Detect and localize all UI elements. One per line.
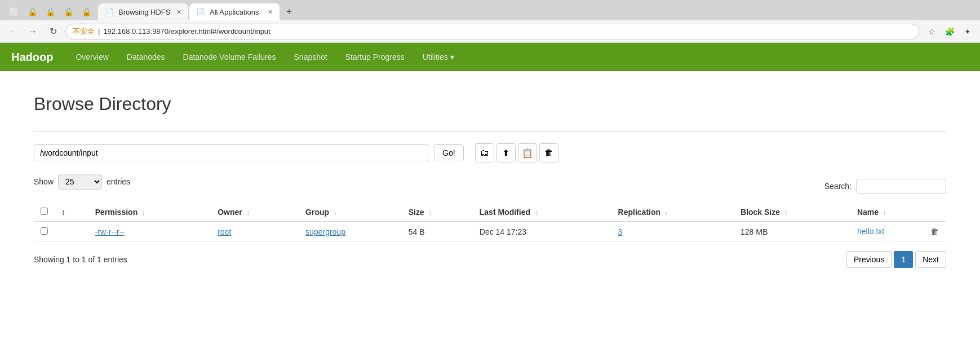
star-icon[interactable]: ☆ <box>924 24 939 39</box>
row-checkbox-cell <box>34 222 55 242</box>
header-sort[interactable]: ↕ <box>55 203 88 222</box>
sort-icon-replication: ↕ <box>665 209 668 216</box>
sort-icon-name: ↕ <box>883 209 886 216</box>
extensions-icon[interactable]: 🧩 <box>942 24 957 39</box>
sort-icon-size: ↕ <box>429 209 432 216</box>
nav-utilities[interactable]: Utilities ▾ <box>414 43 463 71</box>
browser-chrome: ⬜ 🔒 🔒 🔒 🔒 📄 Browsing HDFS ✕ 📄 All Applic… <box>0 0 980 43</box>
row-block-size: 128 MB <box>734 222 850 242</box>
tab-title-1: Browsing HDFS <box>118 8 172 16</box>
tab-bar: ⬜ 🔒 🔒 🔒 🔒 📄 Browsing HDFS ✕ 📄 All Applic… <box>0 0 980 20</box>
profile-icon[interactable]: ✦ <box>960 24 975 39</box>
select-all-checkbox[interactable] <box>41 208 48 215</box>
next-button[interactable]: Next <box>915 251 946 268</box>
row-size: 54 B <box>402 222 473 242</box>
reload-button[interactable]: ↻ <box>45 24 61 39</box>
row-name: hello.txt 🗑 <box>850 222 946 242</box>
header-group[interactable]: Group ↕ <box>299 203 402 222</box>
trash-icon-btn[interactable]: 🗑 <box>539 143 558 162</box>
lock-icon-3[interactable]: 🔒 <box>60 3 77 20</box>
folder-icon-btn[interactable]: 🗂 <box>475 143 494 162</box>
permission-link[interactable]: -rw-r--r-- <box>95 227 125 236</box>
forward-button[interactable]: → <box>25 24 41 39</box>
address-actions: ☆ 🧩 ✦ <box>924 24 975 39</box>
row-owner: root <box>211 222 299 242</box>
show-entries: Show 10 25 50 100 entries <box>34 174 130 190</box>
entries-select[interactable]: 10 25 50 100 <box>58 174 102 190</box>
nav-snapshot[interactable]: Snapshot <box>285 43 336 71</box>
path-input[interactable] <box>34 144 428 161</box>
tab-all-applications[interactable]: 📄 All Applications ✕ <box>189 3 280 20</box>
list-icon-btn[interactable]: 📋 <box>518 143 537 162</box>
row-group: supergroup <box>299 222 402 242</box>
group-link[interactable]: supergroup <box>305 227 345 236</box>
security-warning: 不安全 <box>73 27 95 37</box>
showing-text: Showing 1 to 1 of 1 entries <box>34 255 127 264</box>
owner-link[interactable]: root <box>218 227 231 236</box>
lock-icon-1[interactable]: 🔒 <box>24 3 41 20</box>
delete-icon[interactable]: 🗑 <box>930 227 939 237</box>
sort-icon-group: ↕ <box>334 209 337 216</box>
page-1-button[interactable]: 1 <box>894 251 913 268</box>
show-label: Show <box>34 177 54 186</box>
nav-datanodes[interactable]: Datanodes <box>118 43 174 71</box>
sort-icon-block-size: ↕ <box>784 209 788 216</box>
row-sort-cell <box>55 222 88 242</box>
pagination-bar: Showing 1 to 1 of 1 entries Previous 1 N… <box>34 251 946 268</box>
tab-close-1[interactable]: ✕ <box>176 8 181 16</box>
header-permission[interactable]: Permission ↕ <box>88 203 211 222</box>
go-button[interactable]: Go! <box>434 144 464 161</box>
search-label: Search: <box>824 182 852 191</box>
tab-close-2[interactable]: ✕ <box>268 8 273 16</box>
back-button[interactable]: ← <box>5 24 20 39</box>
file-table: ↕ Permission ↕ Owner ↕ Group ↕ Size ↕ <box>34 203 946 242</box>
sort-icon-permission: ↕ <box>142 209 145 216</box>
new-tab-button[interactable]: + <box>281 3 298 20</box>
page-title: Browse Directory <box>34 94 946 115</box>
tab-icon-2: 📄 <box>196 8 205 16</box>
nav-datanode-volume-failures[interactable]: Datanode Volume Failures <box>174 43 285 71</box>
header-owner[interactable]: Owner ↕ <box>211 203 299 222</box>
sort-icon-owner: ↕ <box>247 209 250 216</box>
row-checkbox[interactable] <box>41 227 48 235</box>
sort-icon: ↕ <box>61 208 65 217</box>
browser-icons-left: ⬜ 🔒 🔒 🔒 🔒 <box>3 3 97 20</box>
tab-icon-1: 📄 <box>105 8 114 16</box>
url-bar[interactable]: 不安全 | 192.168.0.113:9870/explorer.html#/… <box>65 24 919 39</box>
file-name-link[interactable]: hello.txt <box>857 227 884 236</box>
nav-overview[interactable]: Overview <box>66 43 117 71</box>
toolbar-icons: 🗂 ⬆ 📋 🗑 <box>475 143 558 162</box>
row-permission: -rw-r--r-- <box>88 222 211 242</box>
address-bar: ← → ↻ 不安全 | 192.168.0.113:9870/explorer.… <box>0 20 980 43</box>
header-checkbox <box>34 203 55 222</box>
header-name[interactable]: Name ↕ <box>850 203 946 222</box>
header-block-size[interactable]: Block Size ↕ <box>734 203 850 222</box>
search-area: Search: <box>824 179 946 193</box>
hadoop-navbar: Hadoop Overview Datanodes Datanode Volum… <box>0 43 980 71</box>
url-separator: | <box>98 27 100 36</box>
path-bar: Go! 🗂 ⬆ 📋 🗑 <box>34 143 946 162</box>
url-text: 192.168.0.113:9870/explorer.html#/wordco… <box>103 27 270 36</box>
upload-icon-btn[interactable]: ⬆ <box>496 143 516 162</box>
pagination-buttons: Previous 1 Next <box>846 251 946 268</box>
divider <box>34 131 946 132</box>
header-replication[interactable]: Replication ↕ <box>611 203 734 222</box>
sort-icon-last-modified: ↕ <box>535 209 538 216</box>
header-size[interactable]: Size ↕ <box>402 203 473 222</box>
lock-icon-4[interactable]: 🔒 <box>78 3 95 20</box>
nav-utilities-label: Utilities <box>423 52 448 61</box>
table-toolbar: Show 10 25 50 100 entries Search: <box>34 174 946 199</box>
tab-browsing-hdfs[interactable]: 📄 Browsing HDFS ✕ <box>98 3 188 20</box>
window-icon[interactable]: ⬜ <box>6 3 23 20</box>
replication-link[interactable]: 3 <box>618 227 623 236</box>
header-last-modified[interactable]: Last Modified ↕ <box>473 203 611 222</box>
lock-icon-2[interactable]: 🔒 <box>42 3 59 20</box>
entries-label: entries <box>107 177 130 186</box>
hadoop-brand: Hadoop <box>11 51 53 64</box>
nav-startup-progress[interactable]: Startup Progress <box>336 43 414 71</box>
previous-button[interactable]: Previous <box>846 251 892 268</box>
search-input[interactable] <box>856 179 946 193</box>
main-content: Browse Directory Go! 🗂 ⬆ 📋 🗑 Show 10 25 … <box>0 71 980 291</box>
row-replication: 3 <box>611 222 734 242</box>
row-last-modified: Dec 14 17:23 <box>473 222 611 242</box>
